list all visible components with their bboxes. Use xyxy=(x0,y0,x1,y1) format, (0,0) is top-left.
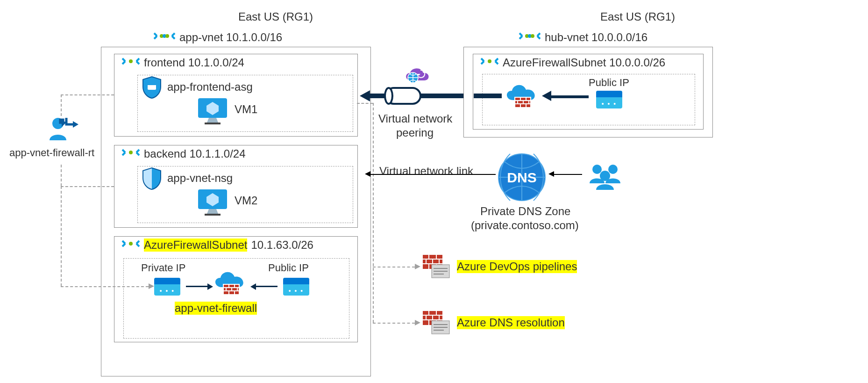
svg-point-48 xyxy=(600,171,610,181)
dns-resolution-label: Azure DNS resolution xyxy=(457,316,565,329)
vm-icon xyxy=(196,96,229,127)
right-region-title: East US (RG1) xyxy=(556,10,719,23)
app-firewall-subnet-cidr: 10.1.63.0/26 xyxy=(251,238,313,252)
global-cloud-icon xyxy=(403,65,432,88)
vnet-peering-icon xyxy=(519,29,541,46)
hub-arrow-bar-out xyxy=(474,94,502,98)
arrow-public-to-fw xyxy=(256,286,277,287)
dns-globe-icon: DNS xyxy=(496,152,548,205)
peering-arrow-head xyxy=(360,90,370,101)
dns-zone-title: Private DNS Zone xyxy=(480,205,570,218)
svg-point-33 xyxy=(488,59,491,63)
users-to-dns-arrow xyxy=(548,171,554,177)
arrow-head xyxy=(542,91,551,101)
azure-firewall-icon xyxy=(210,267,249,301)
users-to-dns-line xyxy=(554,174,582,175)
peering-pipe-icon xyxy=(382,85,424,108)
private-ip-label: Private IP xyxy=(141,262,185,274)
svg-text:DNS: DNS xyxy=(507,170,536,185)
frontend-title-text: frontend 10.1.0.0/24 xyxy=(144,56,244,69)
vm-icon xyxy=(196,188,229,218)
firewall-policy-icon xyxy=(420,253,451,282)
svg-point-47 xyxy=(608,165,618,174)
vnet-peering-icon xyxy=(153,29,176,46)
dns-link-arrow xyxy=(365,171,370,177)
svg-point-2 xyxy=(165,34,169,38)
public-ip-label-left: Public IP xyxy=(268,262,309,274)
public-ip-icon-left xyxy=(283,278,309,296)
svg-rect-12 xyxy=(205,214,221,216)
peering-label1: Virtual network xyxy=(378,112,452,125)
arrow-private-to-fw xyxy=(186,286,207,287)
svg-point-46 xyxy=(592,165,602,174)
dns-link-line xyxy=(370,174,496,175)
backend-nsg-label: app-vnet-nsg xyxy=(167,172,233,185)
backend-title-text: backend 10.1.1.0/24 xyxy=(144,147,246,160)
vm2-label: VM2 xyxy=(235,194,257,207)
svg-point-3 xyxy=(129,59,133,63)
arrow-head xyxy=(207,283,213,290)
svg-marker-11 xyxy=(207,209,218,214)
app-firewall-subnet-name: AzureFirewallSubnet xyxy=(144,238,247,252)
hub-firewall-subnet-text: AzureFirewallSubnet 10.0.0.0/26 xyxy=(503,56,665,69)
frontend-asg-label: app-frontend-asg xyxy=(167,80,253,94)
dash-arrow-dns xyxy=(415,320,420,325)
hub-public-ip-label: Public IP xyxy=(589,77,629,89)
app-vnet-label: app-vnet 10.1.0.0/16 xyxy=(179,31,282,44)
vnet-icon xyxy=(121,146,140,161)
dash-rt-to-backend xyxy=(61,186,114,187)
vnet-icon xyxy=(121,238,140,253)
vm1-label: VM1 xyxy=(235,103,257,116)
arrow-head xyxy=(250,283,256,290)
dash-to-dns xyxy=(373,323,415,324)
svg-point-9 xyxy=(129,151,133,154)
dash-right-from-frontend xyxy=(357,103,373,104)
hub-firewall-subnet-title: AzureFirewallSubnet 10.0.0.0/26 xyxy=(480,55,665,70)
dash-rt-down2 xyxy=(61,186,62,286)
hub-vnet-header: hub-vnet 10.0.0.0/16 xyxy=(519,29,647,46)
svg-point-13 xyxy=(129,242,133,246)
svg-marker-25 xyxy=(73,121,78,128)
dash-rt-down1 xyxy=(61,165,62,186)
vnet-icon xyxy=(121,55,140,70)
svg-marker-7 xyxy=(207,118,218,123)
backend-subnet-title: backend 10.1.1.0/24 xyxy=(121,146,246,161)
frontend-subnet-title: frontend 10.1.0.0/24 xyxy=(121,55,244,70)
private-ip-icon xyxy=(154,278,180,296)
dash-rt-up xyxy=(61,94,62,116)
svg-rect-5 xyxy=(148,83,156,85)
route-arrow-icon xyxy=(64,116,81,131)
left-region-title: East US (RG1) xyxy=(194,10,357,23)
hub-vnet-label: hub-vnet 10.0.0.0/16 xyxy=(545,31,647,44)
route-table-label: app-vnet-firewall-rt xyxy=(9,147,94,159)
firewall-policy-icon xyxy=(420,309,451,338)
peering-label2: peering xyxy=(396,126,434,139)
nsg-shield-icon xyxy=(141,167,163,192)
arrow-pubip-to-hubfw xyxy=(551,95,589,98)
dns-zone-domain: (private.contoso.com) xyxy=(471,219,579,232)
vnet-icon xyxy=(480,55,499,70)
devops-label: Azure DevOps pipelines xyxy=(457,260,577,273)
dash-arrow-head xyxy=(149,283,154,289)
dash-right-vert xyxy=(373,103,374,323)
dash-rt-to-frontend xyxy=(61,94,114,95)
app-vnet-header: app-vnet 10.1.0.0/16 xyxy=(153,29,282,46)
app-firewall-subnet-title: AzureFirewallSubnet 10.1.63.0/26 xyxy=(121,238,313,253)
dash-to-devops xyxy=(373,267,415,267)
app-vnet-firewall-label: app-vnet-firewall xyxy=(175,302,257,315)
dns-link-label: Virtual network link xyxy=(379,165,473,178)
shield-icon xyxy=(141,76,163,101)
svg-point-29 xyxy=(385,88,392,104)
hub-azure-firewall-icon xyxy=(502,79,541,114)
svg-rect-8 xyxy=(205,123,221,124)
dash-rt-to-privateip xyxy=(61,286,149,287)
svg-point-32 xyxy=(531,34,534,38)
users-icon xyxy=(587,162,624,193)
hub-public-ip-icon xyxy=(596,91,622,108)
dash-arrow-devops xyxy=(415,264,420,269)
